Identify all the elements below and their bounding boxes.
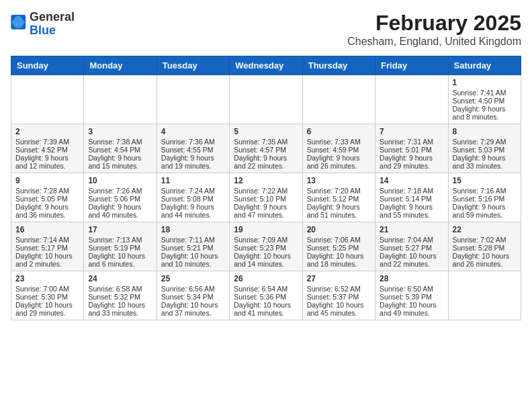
- day-detail: Sunrise: 7:22 AM: [234, 187, 298, 195]
- day-detail: Sunset: 5:12 PM: [307, 195, 371, 203]
- calendar-cell: 27Sunrise: 6:52 AMSunset: 5:37 PMDayligh…: [302, 271, 375, 320]
- calendar-cell: 20Sunrise: 7:06 AMSunset: 5:25 PMDayligh…: [302, 222, 375, 271]
- weekday-header-wednesday: Wednesday: [230, 56, 302, 75]
- day-detail: Daylight: 10 hours and 49 minutes.: [380, 301, 443, 317]
- day-detail: Sunrise: 7:26 AM: [88, 187, 152, 195]
- day-detail: Sunrise: 7:18 AM: [380, 187, 443, 195]
- weekday-header-saturday: Saturday: [448, 56, 521, 75]
- day-detail: Sunset: 4:57 PM: [234, 146, 298, 154]
- logo-text: General Blue: [30, 11, 75, 38]
- day-detail: Sunrise: 6:58 AM: [88, 285, 152, 293]
- day-detail: Sunset: 5:37 PM: [307, 293, 371, 301]
- day-detail: Daylight: 10 hours and 33 minutes.: [88, 301, 152, 317]
- calendar-cell: 22Sunrise: 7:02 AMSunset: 5:28 PMDayligh…: [448, 222, 521, 271]
- calendar-cell: 21Sunrise: 7:04 AMSunset: 5:27 PMDayligh…: [375, 222, 448, 271]
- day-detail: Sunset: 5:14 PM: [380, 195, 443, 203]
- day-detail: Sunrise: 7:28 AM: [15, 187, 79, 195]
- day-detail: Sunrise: 6:54 AM: [234, 285, 298, 293]
- day-detail: Sunrise: 7:38 AM: [88, 138, 152, 146]
- day-detail: Sunset: 5:36 PM: [234, 293, 298, 301]
- day-number: 18: [161, 225, 225, 234]
- calendar-cell: 11Sunrise: 7:24 AMSunset: 5:08 PMDayligh…: [157, 173, 229, 222]
- weekday-header-row: SundayMondayTuesdayWednesdayThursdayFrid…: [11, 56, 521, 75]
- calendar-cell: 10Sunrise: 7:26 AMSunset: 5:06 PMDayligh…: [84, 173, 157, 222]
- day-detail: Daylight: 9 hours and 22 minutes.: [234, 154, 298, 170]
- day-detail: Sunset: 4:55 PM: [161, 146, 225, 154]
- day-detail: Sunset: 5:23 PM: [234, 244, 298, 252]
- day-number: 10: [88, 176, 152, 185]
- calendar-cell: 15Sunrise: 7:16 AMSunset: 5:16 PMDayligh…: [448, 173, 521, 222]
- calendar-cell: 6Sunrise: 7:33 AMSunset: 4:59 PMDaylight…: [302, 124, 375, 173]
- calendar-week-1: 2Sunrise: 7:39 AMSunset: 4:52 PMDaylight…: [11, 124, 521, 173]
- day-detail: Sunrise: 7:36 AM: [161, 138, 225, 146]
- day-detail: Daylight: 9 hours and 47 minutes.: [234, 203, 298, 219]
- day-detail: Daylight: 9 hours and 12 minutes.: [15, 154, 79, 170]
- day-detail: Sunrise: 7:20 AM: [307, 187, 371, 195]
- day-detail: Sunrise: 7:29 AM: [453, 138, 517, 146]
- day-detail: Daylight: 9 hours and 29 minutes.: [380, 154, 443, 170]
- calendar-cell: [84, 75, 157, 124]
- day-detail: Daylight: 10 hours and 26 minutes.: [453, 252, 517, 268]
- day-detail: Daylight: 10 hours and 45 minutes.: [307, 301, 371, 317]
- day-detail: Daylight: 10 hours and 6 minutes.: [88, 252, 152, 268]
- day-detail: Sunrise: 7:13 AM: [88, 236, 152, 244]
- day-detail: Sunset: 5:25 PM: [307, 244, 371, 252]
- day-detail: Sunrise: 7:02 AM: [453, 236, 517, 244]
- calendar-cell: [302, 75, 375, 124]
- calendar-cell: 17Sunrise: 7:13 AMSunset: 5:19 PMDayligh…: [84, 222, 157, 271]
- calendar-cell: 5Sunrise: 7:35 AMSunset: 4:57 PMDaylight…: [230, 124, 302, 173]
- day-detail: Daylight: 10 hours and 14 minutes.: [234, 252, 298, 268]
- calendar-cell: 8Sunrise: 7:29 AMSunset: 5:03 PMDaylight…: [448, 124, 521, 173]
- day-detail: Daylight: 9 hours and 36 minutes.: [15, 203, 79, 219]
- logo-icon: [11, 15, 27, 34]
- day-number: 9: [15, 176, 79, 185]
- day-detail: Sunrise: 7:33 AM: [307, 138, 371, 146]
- day-number: 15: [453, 176, 517, 185]
- day-number: 14: [380, 176, 443, 185]
- day-detail: Daylight: 9 hours and 59 minutes.: [453, 203, 517, 219]
- day-detail: Sunrise: 7:31 AM: [380, 138, 443, 146]
- calendar-cell: [375, 75, 448, 124]
- weekday-header-thursday: Thursday: [302, 56, 375, 75]
- calendar-cell: 19Sunrise: 7:09 AMSunset: 5:23 PMDayligh…: [230, 222, 302, 271]
- day-number: 7: [380, 127, 443, 136]
- day-detail: Sunset: 4:54 PM: [88, 146, 152, 154]
- day-detail: Daylight: 10 hours and 37 minutes.: [161, 301, 225, 317]
- logo-general: General: [30, 10, 75, 24]
- calendar-cell: 28Sunrise: 6:50 AMSunset: 5:39 PMDayligh…: [375, 271, 448, 320]
- day-number: 3: [88, 127, 152, 136]
- day-detail: Sunset: 5:28 PM: [453, 244, 517, 252]
- day-number: 22: [453, 225, 517, 234]
- day-detail: Sunrise: 7:11 AM: [161, 236, 225, 244]
- day-detail: Sunset: 5:34 PM: [161, 293, 225, 301]
- calendar-cell: 7Sunrise: 7:31 AMSunset: 5:01 PMDaylight…: [375, 124, 448, 173]
- calendar-body: 1Sunrise: 7:41 AMSunset: 4:50 PMDaylight…: [11, 75, 521, 320]
- calendar-cell: [448, 271, 521, 320]
- day-number: 13: [307, 176, 371, 185]
- day-number: 16: [15, 225, 79, 234]
- calendar-week-3: 16Sunrise: 7:14 AMSunset: 5:17 PMDayligh…: [11, 222, 521, 271]
- day-detail: Sunset: 5:27 PM: [380, 244, 443, 252]
- calendar-cell: 9Sunrise: 7:28 AMSunset: 5:05 PMDaylight…: [11, 173, 84, 222]
- calendar-cell: 18Sunrise: 7:11 AMSunset: 5:21 PMDayligh…: [157, 222, 229, 271]
- day-detail: Sunrise: 7:14 AM: [15, 236, 79, 244]
- day-detail: Daylight: 9 hours and 26 minutes.: [307, 154, 371, 170]
- calendar-week-4: 23Sunrise: 7:00 AMSunset: 5:30 PMDayligh…: [11, 271, 521, 320]
- weekday-header-friday: Friday: [375, 56, 448, 75]
- day-number: 1: [453, 78, 517, 87]
- calendar-week-0: 1Sunrise: 7:41 AMSunset: 4:50 PMDaylight…: [11, 75, 521, 124]
- calendar-cell: 25Sunrise: 6:56 AMSunset: 5:34 PMDayligh…: [157, 271, 229, 320]
- day-detail: Sunset: 5:30 PM: [15, 293, 79, 301]
- day-number: 21: [380, 225, 443, 234]
- day-number: 5: [234, 127, 298, 136]
- weekday-header-tuesday: Tuesday: [157, 56, 229, 75]
- day-number: 19: [234, 225, 298, 234]
- day-number: 6: [307, 127, 371, 136]
- calendar-cell: [157, 75, 229, 124]
- logo-blue: Blue: [30, 24, 56, 37]
- title-area: February 2025 Chesham, England, United K…: [347, 11, 521, 48]
- day-detail: Sunset: 5:03 PM: [453, 146, 517, 154]
- day-detail: Daylight: 10 hours and 2 minutes.: [15, 252, 79, 268]
- day-detail: Daylight: 9 hours and 15 minutes.: [88, 154, 152, 170]
- day-detail: Sunrise: 7:00 AM: [15, 285, 79, 293]
